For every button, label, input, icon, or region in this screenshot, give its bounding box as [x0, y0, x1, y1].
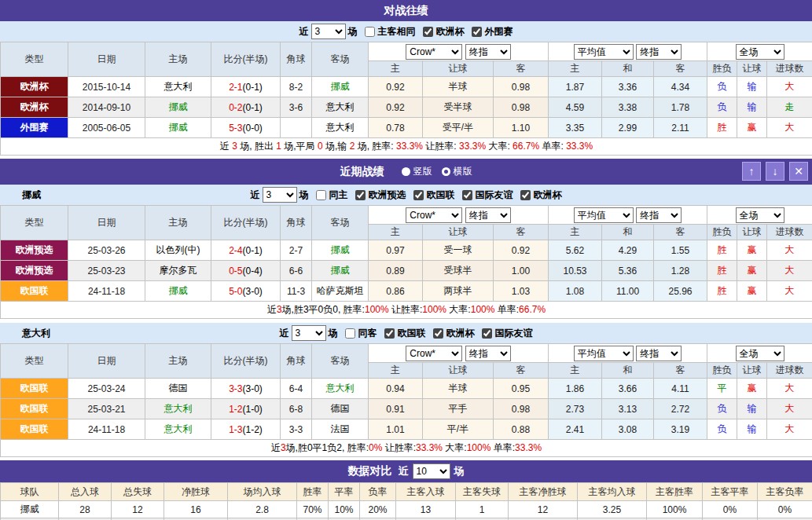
- compare-column-header: 主客净胜球: [509, 483, 578, 501]
- avg-source-select[interactable]: 平均值: [574, 44, 634, 60]
- handicap-odds: 0.89: [369, 261, 423, 281]
- sub-column-header: 主: [369, 225, 423, 240]
- compare-column-header: 主客平率: [703, 483, 758, 501]
- compare-value: 0%: [758, 501, 812, 518]
- sub-column-header: 主: [549, 61, 602, 77]
- result-flag: 负: [707, 97, 737, 118]
- sub-column-header: 让球: [423, 363, 494, 379]
- layout-radio-selected[interactable]: [402, 167, 410, 176]
- avg-odds: 3.08: [602, 419, 654, 440]
- summary-segment: 33.3%: [515, 442, 542, 453]
- odds-time-select[interactable]: 终指: [465, 44, 511, 60]
- result-flag: 输: [737, 399, 767, 419]
- full-match-select[interactable]: 全场: [736, 44, 784, 60]
- result-flag: 大: [767, 77, 812, 97]
- compare-column-header: 球队: [1, 483, 59, 501]
- league-checkbox[interactable]: [433, 328, 443, 339]
- league-checkbox[interactable]: [520, 190, 531, 200]
- compare-value: 12: [509, 501, 578, 518]
- handicap-odds: 0.98: [494, 399, 549, 419]
- handicap-odds: 0.98: [494, 97, 549, 118]
- full-match-select[interactable]: 全场: [736, 346, 784, 361]
- sub-column-header: 主: [369, 61, 423, 77]
- column-header: 角球: [281, 344, 312, 379]
- compare-value: 12: [112, 501, 164, 518]
- avg-time-select[interactable]: 终指: [636, 207, 682, 223]
- match-date: 2014-09-10: [68, 97, 145, 118]
- summary-segment: 让胜率:: [382, 442, 416, 453]
- result-flag: 平: [707, 379, 737, 399]
- avg-source-select[interactable]: 平均值: [574, 346, 634, 361]
- avg-group-header: 平均值 终指: [549, 42, 707, 61]
- compare-column-header: 净胜球: [164, 483, 228, 501]
- handicap-odds: 平手: [423, 399, 494, 419]
- summary-segment: 3: [277, 304, 282, 315]
- home-team: 意大利: [145, 419, 211, 440]
- team-name-label: 挪威: [22, 189, 41, 202]
- corner-count: 6-8: [281, 399, 312, 419]
- handicap-odds: 半球: [423, 379, 494, 399]
- layout-radio[interactable]: [442, 167, 450, 176]
- league-checkbox[interactable]: [413, 190, 424, 200]
- avg-odds: 4.59: [549, 97, 602, 118]
- summary-segment: 66.7%: [519, 304, 546, 315]
- league-badge: 欧洲杯: [1, 77, 68, 97]
- league-checkbox[interactable]: [482, 328, 492, 339]
- near-count-select[interactable]: 3: [263, 187, 297, 203]
- result-flag: 胜: [707, 281, 737, 302]
- avg-odds: 1.55: [654, 240, 707, 261]
- away-team: 意大利: [312, 379, 369, 399]
- compare-column-header: 主客负率: [758, 483, 812, 501]
- near-count-select[interactable]: 3: [311, 24, 346, 39]
- summary-segment: 100%: [422, 304, 446, 315]
- result-flag: 胜: [707, 261, 737, 281]
- match-date: 25-03-24: [68, 379, 145, 399]
- home-team: 德国: [145, 379, 211, 399]
- compare-value: 100%: [647, 501, 703, 518]
- option-checkbox[interactable]: [316, 190, 326, 200]
- summary-segment: 100%: [365, 304, 389, 315]
- avg-source-select[interactable]: 平均值: [574, 207, 634, 223]
- league-checkbox[interactable]: [472, 27, 482, 37]
- compare-value: 16: [164, 501, 228, 518]
- sub-column-header: 胜负: [707, 225, 737, 240]
- corner-count: 6-6: [281, 261, 312, 281]
- move-up-button[interactable]: ↑: [742, 162, 761, 181]
- league-checkbox[interactable]: [423, 27, 433, 37]
- handicap-odds: 受平/半: [423, 118, 494, 138]
- games-label: 场: [299, 189, 309, 202]
- avg-time-select[interactable]: 终指: [636, 44, 682, 60]
- sub-column-header: 让球: [737, 363, 767, 379]
- option-checkbox[interactable]: [365, 27, 375, 37]
- league-badge: 外围赛: [1, 118, 68, 138]
- score-cell: 1-3(1-2): [211, 419, 281, 440]
- league-checkbox[interactable]: [462, 190, 472, 200]
- match-row: 外围赛2005-06-05挪威5-3(0-0)意大利0.78受平/半1.103.…: [1, 118, 812, 138]
- summary-segment: 1: [276, 141, 281, 152]
- odds-time-select[interactable]: 终指: [465, 346, 511, 361]
- odds-time-select[interactable]: 终指: [465, 207, 511, 223]
- summary-segment: 场,胜3平0负0, 胜率:: [282, 304, 365, 315]
- odds-source-select[interactable]: Crow*: [406, 346, 462, 361]
- result-flag: 胜: [707, 118, 737, 138]
- sub-column-header: 和: [602, 225, 654, 240]
- half-score: (1-2): [243, 424, 263, 435]
- near-count-select[interactable]: 3: [292, 325, 326, 341]
- full-match-select[interactable]: 全场: [736, 207, 784, 223]
- match-row: 欧洲预选25-03-23摩尔多瓦0-5(0-4)6-6挪威0.89受球半1.00…: [1, 261, 812, 281]
- result-flag: 负: [707, 399, 737, 419]
- result-flag: 大: [767, 281, 812, 302]
- league-checkbox[interactable]: [384, 328, 395, 339]
- home-team: 挪威: [145, 281, 211, 302]
- odds-source-select[interactable]: Crow*: [406, 207, 462, 223]
- handicap-odds: 半球: [423, 77, 494, 97]
- move-down-button[interactable]: ↓: [766, 162, 784, 181]
- match-row: 欧国联25-03-21意大利1-2(1-0)6-8德国0.91平手0.982.7…: [1, 399, 812, 419]
- avg-time-select[interactable]: 终指: [636, 346, 682, 361]
- league-checkbox[interactable]: [355, 190, 366, 200]
- close-button[interactable]: ✕: [789, 162, 808, 181]
- compare-near-select[interactable]: 10: [413, 463, 450, 479]
- option-checkbox[interactable]: [345, 328, 355, 339]
- odds-source-select[interactable]: Crow*: [406, 44, 462, 60]
- avg-odds: 10.53: [549, 261, 602, 281]
